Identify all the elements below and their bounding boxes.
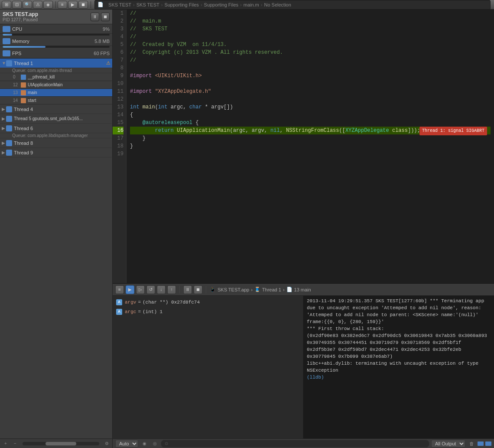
thread-8-label: Thread 8 [14, 141, 110, 146]
footer-filter-btn-2[interactable]: ◎ [150, 440, 159, 448]
toolbar-btn-1[interactable]: ⊞ [2, 1, 11, 9]
bottom-footer: Auto ◉ ◎ ⊙ All Output 🗑 [113, 438, 494, 448]
main-toolbar: ⊞ ⊡ 🔍 ⚠ ◈ ≡ ▶ ⏹ 📄 SKS TEST › SKS TEST › … [0, 0, 494, 10]
cpu-bar [3, 34, 110, 36]
thread-item-5[interactable]: ▶ Thread 5 gputools.smt_poll.0x165... [0, 114, 112, 124]
toolbar-btn-view[interactable]: ≡ [58, 1, 67, 9]
app-pid: PID 1277, Paused [3, 17, 91, 22]
sidebar-add-btn[interactable]: + [2, 440, 10, 447]
frame-0[interactable]: 0 __pthread_kill [0, 73, 112, 81]
bottom-frame-icon: 📄 [286, 287, 292, 292]
memory-icon [3, 38, 10, 44]
bottom-frame-name[interactable]: 13 main [294, 287, 311, 292]
toolbar-btn-2[interactable]: ⊡ [12, 1, 22, 9]
var-item-argv: A argv = (char **) 0x27d8fc74 [113, 298, 303, 307]
bottom-tb-btn-up[interactable]: ↑ [167, 285, 176, 294]
thread-item-9[interactable]: ▶ Thread 9 [0, 148, 112, 157]
bottom-tb-btn-pause[interactable]: ⏸ [183, 285, 192, 294]
output-select[interactable]: All Output [431, 440, 465, 448]
code-line-11: #import "XYZAppDelegate.h" [130, 88, 491, 95]
var-argv-eq: = [138, 298, 141, 306]
code-line-17: } [130, 134, 491, 142]
thread-item-1[interactable]: ▼ Thread 1 ⚠ [0, 59, 112, 68]
thread-1-label: Thread 1 [14, 61, 104, 66]
app-header: SKS TEST.app PID 1277, Paused ⏸ ⏹ [0, 10, 112, 24]
bottom-content: A argv = (char **) 0x27d8fc74 A argc = (… [113, 296, 494, 438]
toolbar-btn-play[interactable]: ▶ [68, 1, 78, 9]
lldb-link[interactable]: (lldb) [307, 375, 324, 380]
toolbar-btn-5[interactable]: ◈ [43, 1, 53, 9]
bottom-bc-sep-2: › [283, 287, 285, 292]
thread-9-icon [6, 150, 12, 156]
footer-filter-btn-1[interactable]: ◉ [140, 440, 149, 448]
console-libc: libc++abi.dylib: terminating with uncaug… [307, 360, 491, 374]
code-content[interactable]: // // main.m // SKS TEST // // Created b… [127, 10, 494, 283]
thread-9-label: Thread 9 [14, 150, 110, 155]
bottom-thread-name[interactable]: Thread 1 [262, 287, 281, 292]
frame-12-icon [21, 82, 26, 88]
thread-item-4[interactable]: ▶ Thread 4 [0, 105, 112, 114]
thread-1-queue: Queue: com.apple.main-thread [0, 68, 112, 73]
cpu-icon [3, 26, 10, 32]
auto-select[interactable]: Auto [115, 440, 138, 448]
var-argv-value: (char **) 0x27d8fc74 [143, 298, 200, 306]
footer-blue-rect-1 [478, 441, 484, 446]
bottom-tb-btn-1[interactable]: ≡ [115, 285, 124, 294]
frame-12[interactable]: 12 UIApplicationMain [0, 81, 112, 89]
breadcrumb-part-3[interactable]: Supporting Files [204, 2, 239, 7]
code-line-9: #import <UIKit/UIKit.h> [130, 72, 491, 80]
toolbar-btn-warn[interactable]: ⚠ [33, 1, 42, 9]
thread-1-arrow: ▼ [2, 61, 6, 65]
thread-5-arrow: ▶ [2, 116, 6, 121]
frame-0-label: __pthread_kill [28, 75, 55, 79]
bottom-tb-btn-step[interactable]: ▷ [136, 285, 145, 294]
footer-trash-btn[interactable]: 🗑 [467, 440, 476, 448]
memory-label: Memory [12, 39, 94, 44]
toolbar-btn-search[interactable]: 🔍 [23, 1, 32, 9]
breadcrumb: 📄 SKS TEST › SKS TEST › Supporting Files… [94, 0, 491, 10]
bottom-thread-icon: 🧵 [254, 287, 260, 292]
app-name: SKS TEST.app [3, 11, 91, 17]
thread-item-8[interactable]: ▶ Thread 8 [0, 138, 112, 148]
resource-bars: CPU 9% Memory 5.8 MB F [0, 24, 112, 59]
console-lldb: (lldb) [307, 374, 491, 381]
memory-value: 5.8 MB [94, 39, 110, 44]
frame-0-icon [21, 75, 26, 80]
thread-5-icon [6, 116, 12, 122]
thread-list: ▼ Thread 1 ⚠ Queue: com.apple.main-threa… [0, 59, 112, 438]
stop-button[interactable]: ⏹ [101, 13, 110, 21]
toolbar-btn-stop[interactable]: ⏹ [78, 1, 88, 9]
bottom-tb-btn-stop[interactable]: ⏹ [194, 285, 202, 294]
code-line-15: @autoreleasepool { [130, 119, 491, 127]
sidebar-remove-btn[interactable]: − [11, 440, 19, 447]
footer-blue-rect-2 [485, 441, 491, 446]
bottom-tb-btn-refresh[interactable]: ↺ [146, 285, 155, 294]
breadcrumb-file-icon: 📄 [98, 2, 104, 7]
frame-14-num: 14 [13, 98, 21, 103]
frame-13[interactable]: 13 main [0, 89, 112, 97]
bottom-tb-btn-play[interactable]: ▶ [126, 285, 134, 294]
code-line-8 [130, 64, 491, 72]
breadcrumb-part-4[interactable]: main.m [244, 2, 259, 7]
pause-button[interactable]: ⏸ [91, 13, 99, 21]
frame-14[interactable]: 14 start [0, 97, 112, 105]
thread-item-6[interactable]: ▶ Thread 6 [0, 124, 112, 133]
footer-filter-input[interactable]: ⊙ [161, 440, 429, 448]
breadcrumb-part-2[interactable]: SKS TEST [136, 2, 159, 7]
console-throw: *** First throw call stack: [307, 325, 491, 332]
line-numbers: 12345 678910 1112131415 16 171819 [113, 10, 127, 283]
breadcrumb-part-1[interactable]: SKS TEST [108, 2, 131, 7]
content-area: 12345 678910 1112131415 16 171819 // // … [113, 10, 494, 448]
frame-12-label: UIApplicationMain [28, 82, 63, 87]
frame-13-num: 13 [13, 90, 21, 95]
code-line-4: // [130, 33, 491, 41]
bottom-tb-btn-down[interactable]: ↓ [157, 285, 166, 294]
var-argc-icon: A [116, 309, 122, 315]
sidebar: SKS TEST.app PID 1277, Paused ⏸ ⏹ CPU 9% [0, 10, 113, 448]
sidebar-settings-btn[interactable]: ⚙ [103, 440, 110, 447]
bottom-app-name[interactable]: SKS TEST.app [218, 287, 249, 292]
frame-13-label: main [28, 90, 37, 95]
console-pane[interactable]: 2013-11-04 19:29:51.357 SKS TEST[1277:60… [303, 296, 494, 438]
sidebar-scrollbar[interactable] [23, 442, 99, 445]
code-line-13: int main(int argc, char * argv[]) [130, 103, 491, 111]
